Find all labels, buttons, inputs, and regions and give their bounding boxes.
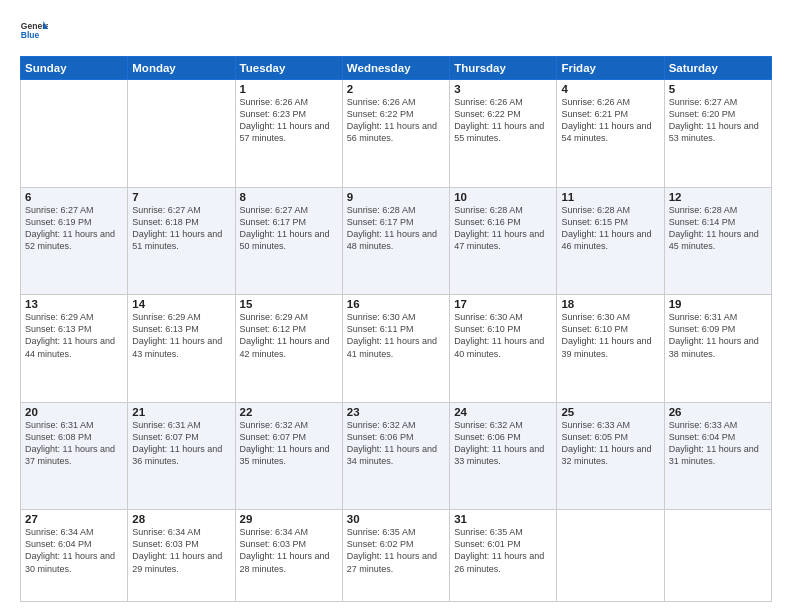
calendar-cell: 6Sunrise: 6:27 AM Sunset: 6:19 PM Daylig…	[21, 187, 128, 295]
calendar-cell: 4Sunrise: 6:26 AM Sunset: 6:21 PM Daylig…	[557, 80, 664, 188]
calendar-cell: 27Sunrise: 6:34 AM Sunset: 6:04 PM Dayli…	[21, 510, 128, 602]
day-number: 6	[25, 191, 123, 203]
calendar-header-tuesday: Tuesday	[235, 57, 342, 80]
calendar-cell: 22Sunrise: 6:32 AM Sunset: 6:07 PM Dayli…	[235, 402, 342, 510]
day-number: 19	[669, 298, 767, 310]
calendar-cell: 18Sunrise: 6:30 AM Sunset: 6:10 PM Dayli…	[557, 295, 664, 403]
calendar-cell: 20Sunrise: 6:31 AM Sunset: 6:08 PM Dayli…	[21, 402, 128, 510]
day-info: Sunrise: 6:32 AM Sunset: 6:07 PM Dayligh…	[240, 419, 338, 468]
day-number: 1	[240, 83, 338, 95]
calendar-week-row: 20Sunrise: 6:31 AM Sunset: 6:08 PM Dayli…	[21, 402, 772, 510]
calendar-cell	[664, 510, 771, 602]
calendar-cell: 24Sunrise: 6:32 AM Sunset: 6:06 PM Dayli…	[450, 402, 557, 510]
calendar-cell: 21Sunrise: 6:31 AM Sunset: 6:07 PM Dayli…	[128, 402, 235, 510]
calendar-header-saturday: Saturday	[664, 57, 771, 80]
day-info: Sunrise: 6:33 AM Sunset: 6:05 PM Dayligh…	[561, 419, 659, 468]
day-info: Sunrise: 6:29 AM Sunset: 6:12 PM Dayligh…	[240, 311, 338, 360]
day-info: Sunrise: 6:35 AM Sunset: 6:01 PM Dayligh…	[454, 526, 552, 575]
calendar-cell: 3Sunrise: 6:26 AM Sunset: 6:22 PM Daylig…	[450, 80, 557, 188]
day-info: Sunrise: 6:31 AM Sunset: 6:07 PM Dayligh…	[132, 419, 230, 468]
calendar-cell: 10Sunrise: 6:28 AM Sunset: 6:16 PM Dayli…	[450, 187, 557, 295]
calendar-cell: 13Sunrise: 6:29 AM Sunset: 6:13 PM Dayli…	[21, 295, 128, 403]
day-info: Sunrise: 6:28 AM Sunset: 6:14 PM Dayligh…	[669, 204, 767, 253]
day-info: Sunrise: 6:29 AM Sunset: 6:13 PM Dayligh…	[132, 311, 230, 360]
day-info: Sunrise: 6:28 AM Sunset: 6:17 PM Dayligh…	[347, 204, 445, 253]
calendar-cell: 23Sunrise: 6:32 AM Sunset: 6:06 PM Dayli…	[342, 402, 449, 510]
day-info: Sunrise: 6:27 AM Sunset: 6:19 PM Dayligh…	[25, 204, 123, 253]
day-number: 11	[561, 191, 659, 203]
day-number: 7	[132, 191, 230, 203]
calendar-cell: 28Sunrise: 6:34 AM Sunset: 6:03 PM Dayli…	[128, 510, 235, 602]
day-number: 9	[347, 191, 445, 203]
calendar-cell: 26Sunrise: 6:33 AM Sunset: 6:04 PM Dayli…	[664, 402, 771, 510]
calendar-header-sunday: Sunday	[21, 57, 128, 80]
day-number: 28	[132, 513, 230, 525]
calendar-cell	[21, 80, 128, 188]
calendar-cell: 15Sunrise: 6:29 AM Sunset: 6:12 PM Dayli…	[235, 295, 342, 403]
day-info: Sunrise: 6:34 AM Sunset: 6:03 PM Dayligh…	[240, 526, 338, 575]
day-info: Sunrise: 6:32 AM Sunset: 6:06 PM Dayligh…	[347, 419, 445, 468]
day-info: Sunrise: 6:27 AM Sunset: 6:17 PM Dayligh…	[240, 204, 338, 253]
day-info: Sunrise: 6:26 AM Sunset: 6:22 PM Dayligh…	[454, 96, 552, 145]
calendar-cell: 2Sunrise: 6:26 AM Sunset: 6:22 PM Daylig…	[342, 80, 449, 188]
calendar-header-thursday: Thursday	[450, 57, 557, 80]
day-number: 25	[561, 406, 659, 418]
day-number: 30	[347, 513, 445, 525]
day-info: Sunrise: 6:30 AM Sunset: 6:10 PM Dayligh…	[561, 311, 659, 360]
day-number: 10	[454, 191, 552, 203]
calendar-cell: 25Sunrise: 6:33 AM Sunset: 6:05 PM Dayli…	[557, 402, 664, 510]
svg-text:Blue: Blue	[21, 30, 40, 40]
calendar-cell: 11Sunrise: 6:28 AM Sunset: 6:15 PM Dayli…	[557, 187, 664, 295]
day-info: Sunrise: 6:27 AM Sunset: 6:18 PM Dayligh…	[132, 204, 230, 253]
calendar-cell: 12Sunrise: 6:28 AM Sunset: 6:14 PM Dayli…	[664, 187, 771, 295]
day-info: Sunrise: 6:28 AM Sunset: 6:15 PM Dayligh…	[561, 204, 659, 253]
calendar-cell: 30Sunrise: 6:35 AM Sunset: 6:02 PM Dayli…	[342, 510, 449, 602]
day-info: Sunrise: 6:35 AM Sunset: 6:02 PM Dayligh…	[347, 526, 445, 575]
calendar-cell: 1Sunrise: 6:26 AM Sunset: 6:23 PM Daylig…	[235, 80, 342, 188]
calendar-cell	[557, 510, 664, 602]
day-info: Sunrise: 6:31 AM Sunset: 6:08 PM Dayligh…	[25, 419, 123, 468]
day-number: 16	[347, 298, 445, 310]
day-number: 12	[669, 191, 767, 203]
day-info: Sunrise: 6:32 AM Sunset: 6:06 PM Dayligh…	[454, 419, 552, 468]
page: General Blue SundayMondayTuesdayWednesda…	[0, 0, 792, 612]
header: General Blue	[20, 18, 772, 46]
day-info: Sunrise: 6:33 AM Sunset: 6:04 PM Dayligh…	[669, 419, 767, 468]
day-number: 14	[132, 298, 230, 310]
calendar-cell: 19Sunrise: 6:31 AM Sunset: 6:09 PM Dayli…	[664, 295, 771, 403]
day-number: 5	[669, 83, 767, 95]
day-number: 26	[669, 406, 767, 418]
day-info: Sunrise: 6:26 AM Sunset: 6:22 PM Dayligh…	[347, 96, 445, 145]
day-info: Sunrise: 6:30 AM Sunset: 6:10 PM Dayligh…	[454, 311, 552, 360]
calendar-header-monday: Monday	[128, 57, 235, 80]
day-number: 13	[25, 298, 123, 310]
calendar-cell: 17Sunrise: 6:30 AM Sunset: 6:10 PM Dayli…	[450, 295, 557, 403]
day-number: 18	[561, 298, 659, 310]
calendar-week-row: 27Sunrise: 6:34 AM Sunset: 6:04 PM Dayli…	[21, 510, 772, 602]
calendar-cell: 29Sunrise: 6:34 AM Sunset: 6:03 PM Dayli…	[235, 510, 342, 602]
day-number: 20	[25, 406, 123, 418]
calendar-cell	[128, 80, 235, 188]
day-info: Sunrise: 6:34 AM Sunset: 6:04 PM Dayligh…	[25, 526, 123, 575]
day-info: Sunrise: 6:29 AM Sunset: 6:13 PM Dayligh…	[25, 311, 123, 360]
day-info: Sunrise: 6:28 AM Sunset: 6:16 PM Dayligh…	[454, 204, 552, 253]
calendar-cell: 31Sunrise: 6:35 AM Sunset: 6:01 PM Dayli…	[450, 510, 557, 602]
day-number: 31	[454, 513, 552, 525]
day-number: 17	[454, 298, 552, 310]
day-info: Sunrise: 6:31 AM Sunset: 6:09 PM Dayligh…	[669, 311, 767, 360]
calendar-table: SundayMondayTuesdayWednesdayThursdayFrid…	[20, 56, 772, 602]
calendar-cell: 16Sunrise: 6:30 AM Sunset: 6:11 PM Dayli…	[342, 295, 449, 403]
calendar-cell: 9Sunrise: 6:28 AM Sunset: 6:17 PM Daylig…	[342, 187, 449, 295]
calendar-week-row: 6Sunrise: 6:27 AM Sunset: 6:19 PM Daylig…	[21, 187, 772, 295]
day-number: 22	[240, 406, 338, 418]
calendar-cell: 14Sunrise: 6:29 AM Sunset: 6:13 PM Dayli…	[128, 295, 235, 403]
calendar-cell: 8Sunrise: 6:27 AM Sunset: 6:17 PM Daylig…	[235, 187, 342, 295]
day-info: Sunrise: 6:26 AM Sunset: 6:23 PM Dayligh…	[240, 96, 338, 145]
day-info: Sunrise: 6:27 AM Sunset: 6:20 PM Dayligh…	[669, 96, 767, 145]
day-info: Sunrise: 6:34 AM Sunset: 6:03 PM Dayligh…	[132, 526, 230, 575]
logo: General Blue	[20, 18, 48, 46]
day-number: 15	[240, 298, 338, 310]
day-number: 23	[347, 406, 445, 418]
day-number: 29	[240, 513, 338, 525]
day-number: 4	[561, 83, 659, 95]
